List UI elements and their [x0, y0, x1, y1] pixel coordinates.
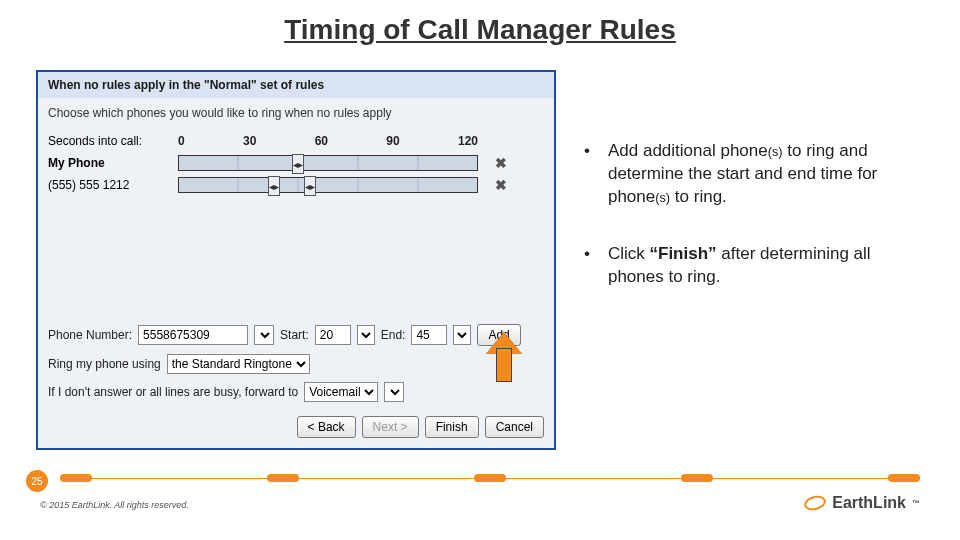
tick-30: 30: [243, 134, 256, 148]
add-phone-row: Phone Number: Start: End: Add: [48, 324, 544, 346]
slider-handle-icon[interactable]: ◂▸: [268, 176, 280, 196]
dialog-header: When no rules apply in the "Normal" set …: [38, 72, 554, 98]
bead-icon: [888, 474, 920, 482]
brand-name: EarthLink: [832, 494, 906, 512]
next-button[interactable]: Next >: [362, 416, 419, 438]
end-dropdown[interactable]: [453, 325, 471, 345]
phone-row-my-phone: My Phone ◂▸ ✖: [48, 152, 544, 174]
arrow-icon: [486, 332, 522, 382]
seconds-into-call-label: Seconds into call:: [48, 134, 178, 148]
back-button[interactable]: < Back: [297, 416, 356, 438]
bead-icon: [474, 474, 506, 482]
start-input[interactable]: [315, 325, 351, 345]
phone-number-dropdown[interactable]: [254, 325, 274, 345]
phone-number-label: Phone Number:: [48, 328, 132, 342]
bead-icon: [267, 474, 299, 482]
end-input[interactable]: [411, 325, 447, 345]
tick-120: 120: [458, 134, 478, 148]
page-number-badge: 25: [26, 470, 48, 492]
brand-logo: EarthLink™: [804, 494, 920, 512]
tick-60: 60: [315, 134, 328, 148]
copyright-text: © 2015 EarthLink. All rights reserved.: [40, 500, 189, 510]
bead-icon: [681, 474, 713, 482]
ring-slider[interactable]: ◂▸: [178, 155, 478, 171]
remove-phone-icon[interactable]: ✖: [492, 177, 510, 193]
seconds-ticks: 0 30 60 90 120: [178, 134, 478, 148]
instruction-notes: Add additional phone(s) to ring and dete…: [584, 70, 924, 450]
earthlink-ring-icon: [803, 493, 828, 512]
start-dropdown[interactable]: [357, 325, 375, 345]
ringtone-select[interactable]: the Standard Ringtone: [167, 354, 310, 374]
note-click-finish: Click “Finish” after determining all pho…: [584, 243, 924, 289]
cancel-button[interactable]: Cancel: [485, 416, 544, 438]
bead-icon: [60, 474, 92, 482]
remove-phone-icon[interactable]: ✖: [492, 155, 510, 171]
dialog-subtext: Choose which phones you would like to ri…: [38, 98, 554, 130]
ring-slider[interactable]: ◂▸ ◂▸: [178, 177, 478, 193]
slider-handle-icon[interactable]: ◂▸: [304, 176, 316, 196]
tick-0: 0: [178, 134, 185, 148]
footer-divider: [60, 478, 920, 492]
phone-number-input[interactable]: [138, 325, 248, 345]
note-add-phones: Add additional phone(s) to ring and dete…: [584, 140, 924, 209]
phone-label: (555) 555 1212: [48, 178, 178, 192]
forward-options-dropdown[interactable]: [384, 382, 404, 402]
phone-label: My Phone: [48, 156, 178, 170]
ringtone-label: Ring my phone using: [48, 357, 161, 371]
finish-button[interactable]: Finish: [425, 416, 479, 438]
noanswer-label: If I don't answer or all lines are busy,…: [48, 385, 298, 399]
end-label: End:: [381, 328, 406, 342]
slider-handle-icon[interactable]: ◂▸: [292, 154, 304, 174]
tick-90: 90: [386, 134, 399, 148]
start-label: Start:: [280, 328, 309, 342]
phone-row-555: (555) 555 1212 ◂▸ ◂▸ ✖: [48, 174, 544, 196]
trademark-icon: ™: [912, 499, 920, 508]
page-title: Timing of Call Manager Rules: [0, 0, 960, 46]
forward-select[interactable]: Voicemail: [304, 382, 378, 402]
rules-dialog: When no rules apply in the "Normal" set …: [36, 70, 556, 450]
